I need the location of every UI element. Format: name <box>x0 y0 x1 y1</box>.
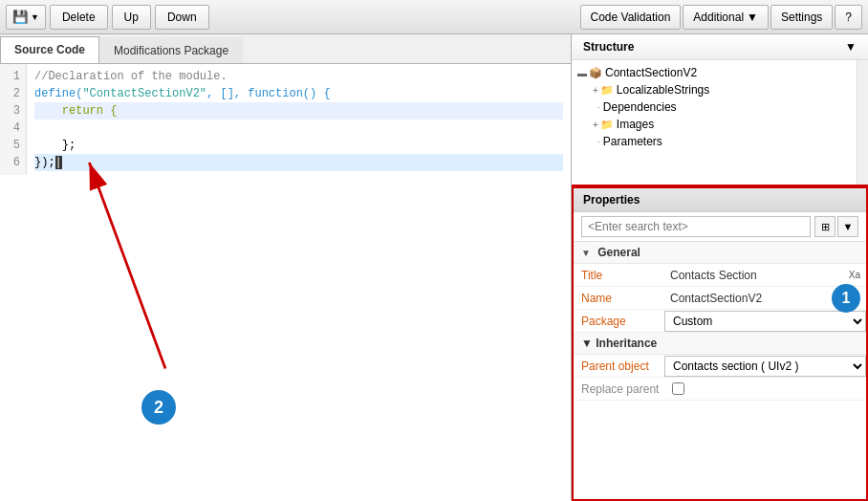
parent-object-row: Parent object Contacts section ( UIv2 ) <box>574 355 866 378</box>
search-icons: ⊞ ▼ <box>814 216 858 237</box>
save-dropdown-arrow: ▼ <box>31 12 39 22</box>
title-label: Title <box>574 266 664 285</box>
tree-expand-contactsectionv2[interactable]: ▬ <box>577 68 587 78</box>
inheritance-section-label: Inheritance <box>596 337 657 350</box>
tree-label-contactsectionv2: ContactSectionV2 <box>605 66 697 79</box>
tab-modifications-package[interactable]: Modifications Package <box>99 37 243 63</box>
package-row: Package Custom Base Other <box>574 310 866 333</box>
line-numbers: 1 2 3 4 5 6 <box>0 64 27 175</box>
general-section-header: ▼ General <box>574 242 866 264</box>
up-button[interactable]: Up <box>112 5 151 30</box>
search-bar: ⊞ ▼ <box>574 212 866 242</box>
annotation-2: 2 <box>141 390 176 425</box>
structure-section: Structure ▼ ▬ 📦 ContactSectionV2 + 📁 <box>572 34 868 186</box>
structure-header: Structure ▼ <box>572 34 868 60</box>
settings-button[interactable]: Settings <box>770 5 833 30</box>
additional-button[interactable]: Additional ▼ <box>683 5 769 30</box>
tree-icon-parameters: · <box>597 136 600 147</box>
replace-parent-row: Replace parent <box>574 378 866 401</box>
line-num-4: 4 <box>6 120 20 137</box>
annotation-1: 1 <box>832 284 860 313</box>
right-panel: Structure ▼ ▬ 📦 ContactSectionV2 + 📁 <box>572 34 868 501</box>
tree-item-localizablestrings[interactable]: + 📁 LocalizableStrings <box>572 81 855 98</box>
toolbar: 💾 ▼ Delete Up Down Code Validation Addit… <box>0 0 868 34</box>
parent-object-label: Parent object <box>574 357 664 376</box>
delete-button[interactable]: Delete <box>50 5 108 30</box>
tree-item-parameters[interactable]: · Parameters <box>572 133 855 150</box>
code-line-4 <box>34 120 563 137</box>
code-area[interactable]: 1 2 3 4 5 6 //Declaration of the module.… <box>0 64 571 501</box>
search-dropdown-button[interactable]: ▼ <box>837 216 858 237</box>
properties-section: Properties ⊞ ▼ ▼ General Title Contacts … <box>572 186 868 501</box>
annotation-1-label: 1 <box>842 290 851 307</box>
line-num-3: 3 <box>6 102 20 120</box>
inheritance-collapse-icon[interactable]: ▼ <box>581 337 593 350</box>
tree-icon-images: 📁 <box>600 119 614 131</box>
line-num-6: 6 <box>6 154 20 171</box>
package-dropdown: Custom Base Other <box>664 311 866 332</box>
general-collapse-icon[interactable]: ▼ <box>581 248 591 258</box>
parent-object-select[interactable]: Contacts section ( UIv2 ) <box>664 356 866 377</box>
title-value-text: Contacts Section <box>670 269 849 282</box>
left-panel: Source Code Modifications Package 1 2 3 … <box>0 34 572 501</box>
tree-label-localizablestrings: LocalizableStrings <box>617 83 709 97</box>
line-num-1: 1 <box>6 68 20 85</box>
annotation-2-label: 2 <box>154 398 163 418</box>
inheritance-section-header: ▼ Inheritance <box>574 333 866 355</box>
additional-label: Additional <box>693 11 744 24</box>
tree-label-images: Images <box>617 118 654 131</box>
tree-item-images[interactable]: + 📁 Images <box>572 116 855 133</box>
main-layout: Source Code Modifications Package 1 2 3 … <box>0 34 868 501</box>
replace-parent-checkbox[interactable] <box>672 382 684 395</box>
search-grid-button[interactable]: ⊞ <box>814 216 835 237</box>
tree-expand-parameters[interactable] <box>593 137 596 147</box>
tree-expand-localizablestrings[interactable]: + <box>593 85 598 96</box>
tree-icon-dependencies: · <box>597 101 600 113</box>
tree-icon-localizablestrings: 📁 <box>600 84 614 97</box>
help-button[interactable]: ? <box>835 5 862 30</box>
code-line-5: }; <box>34 137 563 154</box>
title-value: Contacts Section Xa <box>664 266 866 285</box>
properties-title: Properties <box>583 193 640 207</box>
tab-source-code[interactable]: Source Code <box>0 36 99 63</box>
tabs: Source Code Modifications Package <box>0 34 571 64</box>
name-label: Name <box>574 289 664 308</box>
tree-expand-dependencies[interactable] <box>593 102 596 113</box>
structure-title: Structure <box>583 40 634 54</box>
code-content: 1 2 3 4 5 6 //Declaration of the module.… <box>0 64 571 175</box>
tree-expand-images[interactable]: + <box>593 120 598 130</box>
line-num-5: 5 <box>6 137 20 154</box>
code-line-3: return { <box>34 102 563 120</box>
package-label: Package <box>574 312 664 331</box>
tree-item-contactsectionv2[interactable]: ▬ 📦 ContactSectionV2 <box>572 64 855 81</box>
structure-scrollbar[interactable] <box>857 60 868 185</box>
title-row: Title Contacts Section Xa <box>574 264 866 287</box>
name-row: Name ContactSectionV2 1 <box>574 287 866 310</box>
package-select[interactable]: Custom Base Other <box>664 311 866 332</box>
down-button[interactable]: Down <box>155 5 209 30</box>
structure-dropdown-arrow[interactable]: ▼ <box>845 40 857 54</box>
additional-dropdown-arrow: ▼ <box>747 11 758 24</box>
code-lines[interactable]: //Declaration of the module. define("Con… <box>27 64 571 175</box>
code-line-2: define("ContactSectionV2", [], function(… <box>34 85 563 102</box>
tree-label-dependencies: Dependencies <box>603 100 677 114</box>
save-icon: 💾 <box>12 10 29 24</box>
code-line-1: //Declaration of the module. <box>34 68 563 85</box>
replace-parent-label: Replace parent <box>581 382 672 396</box>
save-button[interactable]: 💾 ▼ <box>6 5 46 30</box>
line-num-2: 2 <box>6 85 20 102</box>
tree-label-parameters: Parameters <box>603 135 662 148</box>
parent-object-dropdown: Contacts section ( UIv2 ) <box>664 356 866 377</box>
tree-item-dependencies[interactable]: · Dependencies <box>572 98 855 116</box>
code-line-6: });| <box>34 154 563 171</box>
code-validation-button[interactable]: Code Validation <box>580 5 682 30</box>
translate-icon[interactable]: Xa <box>849 270 860 280</box>
properties-header: Properties <box>574 188 866 212</box>
svg-line-1 <box>89 163 165 368</box>
structure-tree[interactable]: ▬ 📦 ContactSectionV2 + 📁 LocalizableStri… <box>572 60 868 185</box>
tree-icon-contactsectionv2: 📦 <box>589 67 602 79</box>
search-input[interactable] <box>581 216 811 237</box>
general-section-label: General <box>597 246 640 259</box>
